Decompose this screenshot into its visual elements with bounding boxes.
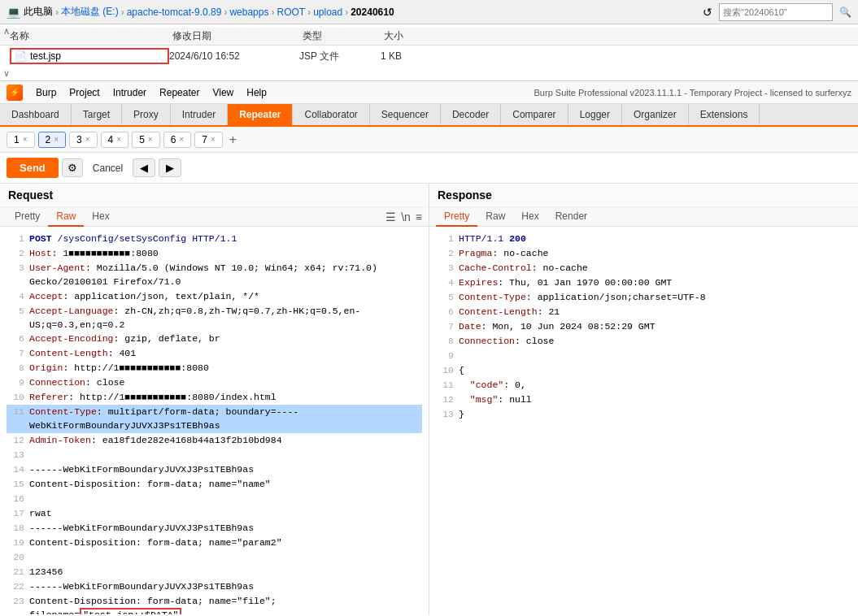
tab-repeater[interactable]: Repeater [228, 104, 293, 125]
sub-tab-1[interactable]: 1 × [7, 132, 35, 148]
request-line-20: 20 [7, 550, 422, 565]
path-root[interactable]: ROOT [277, 7, 305, 18]
file-listing-headers: 名称 修改日期 类型 大小 [0, 28, 858, 46]
col-header-type: 类型 [303, 29, 384, 43]
request-tab-hex[interactable]: Hex [84, 207, 117, 227]
arrow-6: › [345, 7, 348, 18]
response-title: Response [429, 184, 858, 207]
sub-tab-4-close[interactable]: × [116, 135, 121, 144]
sub-tab-5[interactable]: 5 × [132, 132, 160, 148]
path-pc[interactable]: 此电脑 [24, 5, 53, 19]
sub-tab-2-close[interactable]: × [54, 135, 59, 144]
main-content: Request Pretty Raw Hex ☰ \n ≡ 1POST /sys… [0, 184, 858, 614]
tab-intruder[interactable]: Intruder [171, 104, 228, 125]
tab-collaborator[interactable]: Collaborator [293, 104, 369, 125]
arrow-1: › [55, 7, 59, 18]
request-body[interactable]: 1POST /sysConfig/setSysConfig HTTP/1.12H… [0, 227, 429, 614]
response-tab-raw[interactable]: Raw [477, 207, 513, 227]
tab-dashboard[interactable]: Dashboard [0, 104, 72, 125]
response-tab-pretty[interactable]: Pretty [436, 207, 477, 227]
tab-sequencer[interactable]: Sequencer [370, 104, 441, 125]
refresh-button[interactable]: ↺ [703, 6, 712, 19]
inspector-icon[interactable]: ☰ [385, 210, 396, 223]
file-row[interactable]: 📄 test.jsp 2024/6/10 16:52 JSP 文件 1 KB [0, 46, 858, 67]
request-line-7: 7Content-Length: 401 [7, 346, 422, 361]
response-body[interactable]: 1HTTP/1.1 2002Pragma: no-cache3Cache-Con… [429, 227, 858, 614]
file-type: JSP 文件 [299, 50, 381, 63]
path-tomcat[interactable]: apache-tomcat-9.0.89 [127, 7, 222, 18]
sub-tab-2[interactable]: 2 × [38, 132, 67, 148]
sub-tab-6-close[interactable]: × [179, 135, 184, 144]
path-date[interactable]: 20240610 [351, 7, 394, 18]
send-button[interactable]: Send [7, 158, 59, 178]
arrow-4: › [271, 7, 274, 18]
tab-target[interactable]: Target [72, 104, 122, 125]
next-button[interactable]: ▶ [159, 158, 181, 177]
request-tab-raw[interactable]: Raw [48, 207, 84, 227]
response-line-6: 6Content-Length: 21 [436, 305, 851, 319]
response-tab-hex[interactable]: Hex [513, 207, 547, 227]
menu-icon[interactable]: ≡ [416, 210, 422, 223]
sub-tab-3-label: 3 [76, 134, 82, 145]
response-line-4: 4Expires: Thu, 01 Jan 1970 00:00:00 GMT [436, 275, 851, 290]
arrow-2: › [121, 7, 124, 18]
expand-button[interactable]: ∧ [3, 26, 10, 37]
search-icon[interactable]: 🔍 [839, 7, 851, 18]
search-input[interactable] [719, 3, 833, 21]
menu-help[interactable]: Help [240, 85, 273, 101]
tab-comparer[interactable]: Comparer [501, 104, 568, 125]
sub-tab-3-close[interactable]: × [85, 135, 90, 144]
sub-tab-1-close[interactable]: × [23, 135, 28, 144]
gear-button[interactable]: ⚙ [62, 158, 83, 177]
path-webapps[interactable]: webapps [229, 7, 268, 18]
request-line-23: 23Content-Disposition: form-data; name="… [7, 594, 422, 615]
tab-proxy[interactable]: Proxy [122, 104, 171, 125]
tab-decoder[interactable]: Decoder [441, 104, 501, 125]
path-disk[interactable]: 本地磁盘 (E:) [61, 5, 119, 19]
sub-tab-2-label: 2 [46, 134, 51, 145]
request-line-8: 8Origin: http://1■■■■■■■■■■■:8080 [7, 361, 422, 375]
response-line-2: 2Pragma: no-cache [436, 246, 851, 261]
request-panel: Request Pretty Raw Hex ☰ \n ≡ 1POST /sys… [0, 184, 429, 614]
add-tab-button[interactable]: + [226, 132, 240, 147]
sub-tab-6[interactable]: 6 × [163, 132, 192, 148]
sub-tab-4[interactable]: 4 × [101, 132, 129, 148]
prev-button[interactable]: ◀ [133, 158, 155, 177]
tab-extensions[interactable]: Extensions [689, 104, 760, 125]
request-line-9: 9Connection: close [7, 375, 422, 390]
request-line-16: 16 [7, 492, 422, 506]
sub-tab-6-label: 6 [171, 134, 176, 145]
menu-burp[interactable]: Burp [29, 85, 63, 101]
col-header-date: 修改日期 [172, 29, 303, 43]
sub-tabs: 1 × 2 × 3 × 4 × 5 × 6 × 7 × + [0, 127, 858, 153]
sub-tab-3[interactable]: 3 × [69, 132, 98, 148]
response-tab-render[interactable]: Render [547, 207, 595, 227]
response-line-5: 5Content-Type: application/json;charset=… [436, 290, 851, 305]
response-line-8: 8Connection: close [436, 334, 851, 349]
tab-logger[interactable]: Logger [568, 104, 622, 125]
response-line-7: 7Date: Mon, 10 Jun 2024 08:52:29 GMT [436, 319, 851, 334]
menu-view[interactable]: View [206, 85, 240, 101]
request-tab-icons: ☰ \n ≡ [385, 210, 422, 223]
sub-tab-5-close[interactable]: × [148, 135, 153, 144]
request-tab-pretty[interactable]: Pretty [7, 207, 48, 227]
tab-organizer[interactable]: Organizer [622, 104, 689, 125]
file-date: 2024/6/10 16:52 [169, 50, 299, 62]
wrap-icon[interactable]: \n [401, 210, 411, 223]
arrow-3: › [224, 7, 227, 18]
file-listing: ∧ 名称 修改日期 类型 大小 📄 test.jsp 2024/6/10 16:… [0, 24, 858, 81]
path-upload[interactable]: upload [313, 7, 342, 18]
sub-tab-7[interactable]: 7 × [194, 132, 223, 148]
menu-intruder[interactable]: Intruder [107, 85, 153, 101]
collapse-button[interactable]: ∨ [3, 68, 10, 79]
sub-tab-7-close[interactable]: × [211, 135, 216, 144]
col-header-name: 名称 [10, 29, 172, 43]
response-line-13: 13} [436, 407, 851, 422]
request-line-2: 2Host: 1■■■■■■■■■■■:8080 [7, 246, 422, 261]
burp-menubar: ⚡ Burp Project Intruder Repeater View He… [0, 81, 858, 104]
request-line-22: 22------WebKitFormBoundaryJUVXJ3Ps1TEBh9… [7, 579, 422, 594]
response-line-3: 3Cache-Control: no-cache [436, 261, 851, 275]
cancel-button[interactable]: Cancel [86, 159, 129, 177]
menu-repeater[interactable]: Repeater [153, 85, 206, 101]
menu-project[interactable]: Project [63, 85, 106, 101]
